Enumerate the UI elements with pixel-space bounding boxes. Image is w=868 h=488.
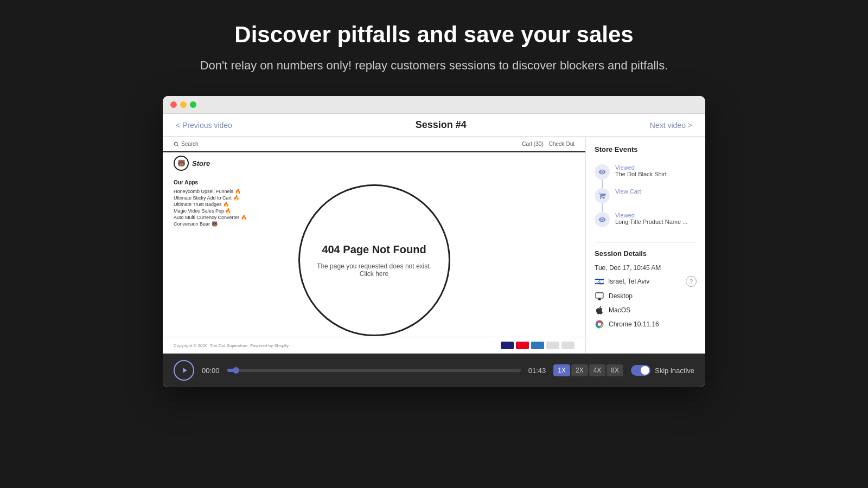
event-label: View Cart	[615, 188, 641, 195]
error-circle-overlay: 404 Page Not Found The page you requeste…	[298, 184, 450, 336]
maximize-button-icon[interactable]	[190, 101, 196, 108]
search-label: Search	[181, 141, 199, 147]
page-title: Discover pitfalls and save your sales	[200, 22, 668, 48]
desktop-icon	[595, 291, 604, 301]
session-nav: < Previous video Session #4 Next video >	[163, 114, 705, 137]
eye-icon-2	[595, 212, 610, 227]
minimize-button-icon[interactable]	[180, 101, 187, 108]
next-video-link[interactable]: Next video >	[650, 121, 692, 130]
footer-copyright: Copyright © 2020, The Dot Superstore. Po…	[174, 343, 289, 348]
session-browser: Chrome 10.11.16	[609, 320, 659, 328]
store-logo-icon: 🐻	[174, 156, 189, 171]
event-item: Viewed The Dot Black Shirt	[595, 160, 697, 184]
toggle-knob	[641, 366, 649, 375]
session-title: Session #4	[416, 119, 467, 131]
browser-window: < Previous video Session #4 Next video >…	[163, 96, 705, 387]
speed-8x-button[interactable]: 8X	[607, 364, 623, 376]
speed-4x-button[interactable]: 4X	[589, 364, 606, 376]
time-current: 00:00	[202, 367, 220, 375]
svg-point-3	[598, 323, 601, 326]
event-text: Viewed The Dot Black Shirt	[615, 164, 667, 177]
session-location: Israel, Tel Aviv	[608, 278, 649, 285]
payment-icon-4	[546, 342, 559, 349]
progress-bar[interactable]	[227, 369, 521, 372]
prev-video-link[interactable]: < Previous video	[176, 121, 232, 130]
session-location-row: 🇮🇱 Israel, Tel Aviv ?	[595, 276, 697, 287]
event-list: Viewed The Dot Black Shirt View Cart	[595, 160, 697, 232]
page-subtitle: Don't relay on numbers only! replay cust…	[200, 56, 668, 74]
store-footer: Copyright © 2020, The Dot Superstore. Po…	[163, 337, 585, 354]
speed-1x-button[interactable]: 1X	[553, 364, 570, 376]
replay-area: Search Cart (30) Check Out 🐻 Store 404	[163, 137, 586, 354]
browser-content: < Previous video Session #4 Next video >…	[163, 114, 705, 387]
session-date: Tue, Dec 17, 10:45 AM	[595, 264, 661, 272]
play-button[interactable]	[174, 360, 194, 381]
header-section: Discover pitfalls and save your sales Do…	[189, 0, 679, 85]
store-cart: Cart (30) Check Out	[522, 141, 575, 147]
store-page: Search Cart (30) Check Out 🐻 Store 404	[163, 137, 585, 354]
session-device: Desktop	[609, 292, 633, 300]
info-icon[interactable]: ?	[686, 276, 697, 287]
event-detail: Long Title Product Name ...	[615, 219, 687, 225]
svg-point-0	[174, 142, 177, 145]
event-text: Viewed Long Title Product Name ...	[615, 212, 687, 225]
cart-icon	[595, 188, 610, 203]
footer-payments	[501, 342, 575, 349]
session-device-row: Desktop	[595, 291, 697, 301]
error-404-text: The page you requested does not exist. C…	[311, 262, 438, 278]
event-item: View Cart	[595, 184, 697, 208]
browser-titlebar	[163, 96, 705, 114]
store-events-title: Store Events	[595, 145, 697, 153]
progress-dot	[233, 367, 239, 374]
event-text: View Cart	[615, 188, 641, 195]
playback-controls: 00:00 01:43 1X 2X 4X 8X Skip inactive	[163, 354, 705, 387]
session-os: MacOS	[609, 306, 630, 314]
main-area: Search Cart (30) Check Out 🐻 Store 404	[163, 137, 705, 354]
skip-label: Skip inactive	[655, 367, 694, 375]
event-label: Viewed	[615, 164, 667, 171]
close-button-icon[interactable]	[170, 101, 177, 108]
speed-2x-button[interactable]: 2X	[571, 364, 588, 376]
chrome-icon	[595, 319, 604, 329]
time-end: 01:43	[528, 367, 546, 375]
session-details-title: Session Details	[595, 249, 697, 258]
error-404-title: 404 Page Not Found	[322, 243, 426, 256]
amex-icon	[531, 342, 544, 349]
store-logo-text: Store	[192, 159, 210, 168]
event-label: Viewed	[615, 212, 687, 219]
svg-line-1	[177, 145, 178, 146]
visa-icon	[501, 342, 514, 349]
store-logo-area: 🐻 Store	[163, 152, 585, 174]
flag-icon: 🇮🇱	[595, 277, 604, 286]
sidebar: Store Events Viewed The Dot Black Shirt	[586, 137, 705, 354]
checkout-label: Check Out	[549, 141, 575, 147]
session-os-row: MacOS	[595, 305, 697, 315]
event-detail: The Dot Black Shirt	[615, 171, 667, 177]
cart-label: Cart (30)	[522, 141, 543, 147]
speed-controls: 1X 2X 4X 8X	[553, 364, 623, 376]
event-item: Viewed Long Title Product Name ...	[595, 208, 697, 232]
apple-icon	[595, 305, 604, 315]
store-search: Search	[174, 141, 199, 147]
divider	[595, 242, 697, 243]
session-date-row: Tue, Dec 17, 10:45 AM	[595, 264, 697, 272]
payment-icon-5	[561, 342, 575, 349]
mastercard-icon	[516, 342, 529, 349]
store-header: Search Cart (30) Check Out	[163, 137, 585, 152]
session-browser-row: Chrome 10.11.16	[595, 319, 697, 329]
skip-inactive-toggle[interactable]	[631, 365, 650, 376]
skip-toggle: Skip inactive	[631, 365, 694, 376]
eye-icon	[595, 164, 610, 179]
